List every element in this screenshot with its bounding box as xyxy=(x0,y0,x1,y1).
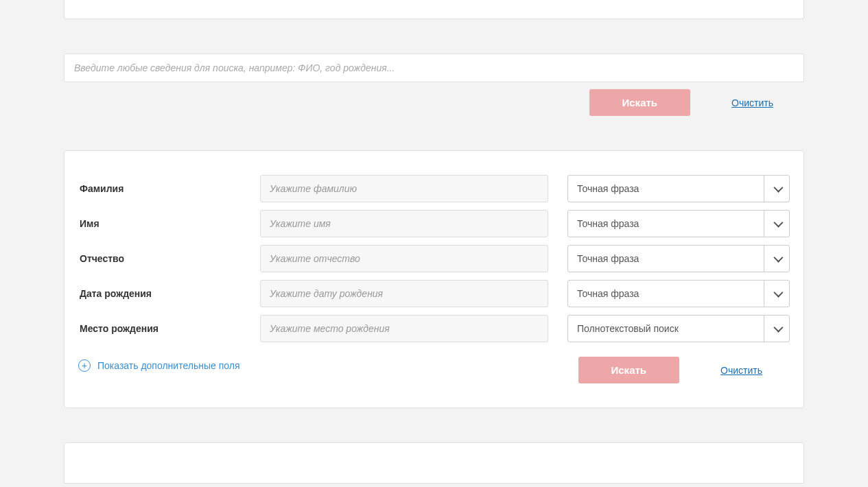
simple-search-actions: Искать Очистить xyxy=(64,89,804,116)
select-patronymic-mode[interactable]: Точная фраза xyxy=(567,245,790,272)
input-surname[interactable] xyxy=(260,175,548,202)
advanced-clear-link[interactable]: Очистить xyxy=(720,365,762,376)
form-row-patronymic: Отчество Точная фраза xyxy=(78,245,790,272)
form-row-birthplace: Место рождения Полнотекстовый поиск xyxy=(78,315,790,342)
show-more-link[interactable]: Показать дополнительные поля xyxy=(97,360,239,371)
advanced-search-button[interactable]: Искать xyxy=(578,357,680,383)
form-row-birthdate: Дата рождения Точная фраза xyxy=(78,280,790,307)
select-name-value: Точная фраза xyxy=(577,218,639,229)
select-name-mode[interactable]: Точная фраза xyxy=(567,210,790,237)
footer-card xyxy=(64,442,804,484)
simple-search-button[interactable]: Искать xyxy=(589,89,691,116)
input-name[interactable] xyxy=(260,210,548,237)
simple-clear-link[interactable]: Очистить xyxy=(731,97,773,108)
input-birthdate[interactable] xyxy=(260,280,548,307)
select-birthplace-mode[interactable]: Полнотекстовый поиск xyxy=(567,315,790,342)
simple-search-input[interactable] xyxy=(64,54,804,82)
form-row-name: Имя Точная фраза xyxy=(78,210,790,237)
label-name: Имя xyxy=(78,218,260,229)
select-surname-mode[interactable]: Точная фраза xyxy=(567,175,790,202)
select-patronymic-value: Точная фраза xyxy=(577,253,639,264)
top-banner-card xyxy=(64,0,804,19)
advanced-search-card: Фамилия Точная фраза Имя Точная фраза xyxy=(64,150,804,408)
label-birthdate: Дата рождения xyxy=(78,288,260,299)
label-surname: Фамилия xyxy=(78,183,260,194)
simple-search-section: Искать Очистить xyxy=(64,54,804,116)
select-birthdate-mode[interactable]: Точная фраза xyxy=(567,280,790,307)
form-row-surname: Фамилия Точная фраза xyxy=(78,175,790,202)
input-birthplace[interactable] xyxy=(260,315,548,342)
select-birthdate-value: Точная фраза xyxy=(577,288,639,299)
input-patronymic[interactable] xyxy=(260,245,548,272)
label-birthplace: Место рождения xyxy=(78,323,260,334)
select-surname-value: Точная фраза xyxy=(577,183,639,194)
plus-circle-icon[interactable]: + xyxy=(78,359,91,372)
select-birthplace-value: Полнотекстовый поиск xyxy=(577,323,679,334)
label-patronymic: Отчество xyxy=(78,253,260,264)
